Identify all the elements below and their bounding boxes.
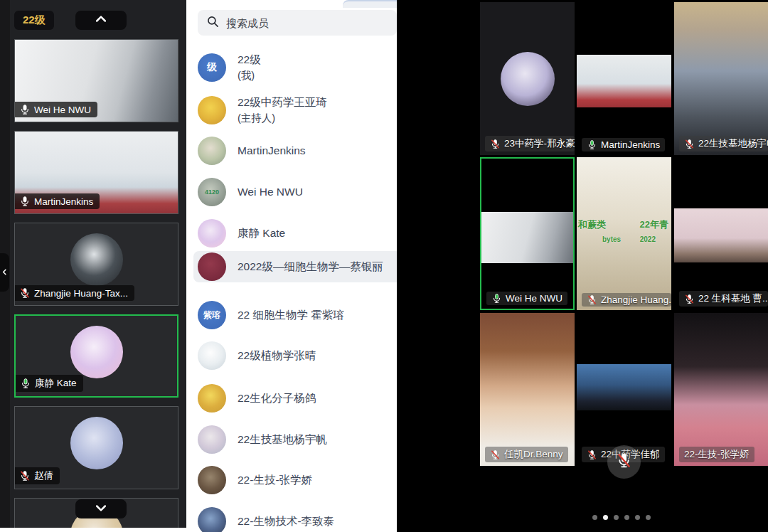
- mic-muted-overlay-indicator: [607, 445, 641, 479]
- video-thumbnail[interactable]: 康静 Kate: [14, 314, 178, 398]
- member-text: MartinJenkins: [238, 144, 306, 157]
- video-grid-panel: 23中药学-邢永豪MartinJenkins22生技基地杨宇帆Wei He NW…: [397, 0, 768, 532]
- member-row[interactable]: 22-生技-张学娇: [186, 463, 397, 497]
- mic-muted-icon: [19, 287, 31, 299]
- pagination-dot[interactable]: [624, 515, 629, 520]
- avatar: [198, 252, 226, 281]
- collapse-strip-button[interactable]: [0, 253, 9, 292]
- video-thumbnail[interactable]: MartinJenkins: [14, 131, 178, 214]
- mic-on-icon: [19, 196, 31, 207]
- participant-name: MartinJenkins: [34, 196, 93, 207]
- member-row[interactable]: 22级植物学张晴: [186, 339, 397, 373]
- video-tile[interactable]: 22中药学佳郁: [577, 313, 671, 466]
- video-thumbnail[interactable]: 赵倩: [14, 406, 178, 489]
- member-role: (主持人): [238, 112, 327, 125]
- participant-video: [481, 212, 573, 263]
- member-name: 22级中药学王亚琦: [238, 95, 327, 110]
- member-row[interactable]: MartinJenkins: [186, 134, 397, 168]
- participant-name-tag: Zhangjie Huang...: [582, 293, 671, 307]
- pagination-dot[interactable]: [646, 515, 651, 520]
- member-name: 2022级—细胞生物学—蔡银丽: [238, 260, 383, 275]
- video-tile[interactable]: 22-生技-张学娇: [674, 313, 768, 466]
- avatar: [198, 96, 226, 124]
- participant-name-tag: 赵倩: [15, 467, 60, 484]
- mic-speaking-icon: [20, 378, 31, 389]
- participant-name-tag: 康静 Kate: [16, 375, 83, 392]
- chevron-down-icon: [92, 501, 110, 518]
- member-name: 22级: [238, 53, 261, 68]
- mic-muted-icon: [587, 449, 597, 460]
- participant-name-tag: 23中药学-邢永豪: [485, 136, 575, 151]
- avatar: [198, 137, 226, 165]
- member-text: 22生技基地杨宇帆: [238, 432, 327, 447]
- participant-video: [480, 313, 575, 466]
- search-input[interactable]: [226, 17, 388, 29]
- participant-name: Zhangjie Huang...: [601, 294, 671, 305]
- participant-name-tag: 22 生科基地 曹...: [679, 291, 768, 307]
- video-tile[interactable]: 22生技基地杨宇帆: [674, 2, 768, 155]
- grid-pagination: [592, 515, 651, 520]
- video-tile[interactable]: 22 生科基地 曹...: [674, 157, 768, 310]
- participant-name: Zhangjie Huang-Tax...: [34, 288, 128, 299]
- member-text: 22级(我): [238, 53, 261, 83]
- video-tile[interactable]: 23中药学-邢永豪: [480, 2, 575, 155]
- avatar: [198, 425, 226, 454]
- member-row[interactable]: 紫瑢22 细胞生物学 霍紫瑢: [186, 298, 397, 332]
- member-row[interactable]: 级22级(我): [186, 50, 397, 85]
- member-row[interactable]: 2022级—细胞生物学—蔡银丽: [186, 250, 397, 284]
- pagination-dot[interactable]: [592, 515, 597, 520]
- member-name: MartinJenkins: [238, 144, 306, 157]
- avatar: 4120: [198, 178, 226, 206]
- participant-name: 22-生技-张学娇: [684, 448, 750, 461]
- pagination-dot[interactable]: [635, 515, 640, 520]
- member-name: 22生化分子杨鸽: [238, 391, 316, 406]
- member-row[interactable]: 4120Wei He NWU: [186, 175, 397, 209]
- pagination-dot-active[interactable]: [603, 515, 608, 520]
- participant-video: [674, 313, 768, 466]
- participant-name: 任凯Dr.Benny: [504, 448, 563, 461]
- video-thumbnail[interactable]: Zhangjie Huang-Tax...: [14, 223, 178, 306]
- member-name: 22-生物技术-李致泰: [238, 514, 334, 529]
- member-row[interactable]: 康静 Kate: [186, 216, 397, 250]
- video-tile[interactable]: 和蕨类22年青bytes2022Zhangjie Huang...: [577, 157, 671, 310]
- member-text: 22级植物学张晴: [238, 349, 316, 363]
- chevron-left-icon: [1, 266, 9, 279]
- member-text: 22 细胞生物学 霍紫瑢: [238, 308, 344, 323]
- participant-name-tag: 22-生技-张学娇: [679, 447, 754, 462]
- virtual-background-text: 和蕨类: [578, 218, 606, 231]
- member-name: 22级植物学张晴: [238, 349, 316, 363]
- mic-muted-icon: [616, 452, 632, 472]
- video-tile[interactable]: 任凯Dr.Benny: [480, 313, 575, 466]
- member-name: 22 细胞生物学 霍紫瑢: [238, 308, 344, 323]
- scroll-up-button[interactable]: [75, 11, 127, 30]
- avatar: [198, 219, 226, 248]
- member-row[interactable]: 22级中药学王亚琦(主持人): [186, 93, 397, 127]
- participant-name-tag: Zhangjie Huang-Tax...: [15, 285, 134, 301]
- member-list-panel: 级22级(我)22级中药学王亚琦(主持人)MartinJenkins4120We…: [186, 0, 397, 532]
- participant-name: 赵倩: [34, 469, 53, 482]
- participant-name-tag: Wei He NWU: [486, 292, 567, 305]
- participant-name: MartinJenkins: [601, 139, 660, 150]
- member-name: 康静 Kate: [238, 226, 285, 241]
- participant-video: [674, 2, 768, 155]
- member-row[interactable]: 22生化分子杨鸽: [186, 381, 397, 415]
- pagination-dot[interactable]: [614, 515, 619, 520]
- participant-name: 22 生科基地 曹...: [698, 292, 768, 305]
- scroll-down-button[interactable]: [75, 499, 127, 518]
- member-row[interactable]: 22-生物技术-李致泰: [186, 504, 397, 532]
- video-tile[interactable]: Wei He NWU: [480, 157, 575, 310]
- mic-muted-icon: [587, 294, 597, 305]
- video-thumbnail[interactable]: Wei He NWU: [14, 39, 178, 122]
- mic-muted-icon: [684, 139, 695, 149]
- member-row[interactable]: 22生技基地杨宇帆: [186, 422, 397, 457]
- search-box[interactable]: [198, 10, 397, 36]
- member-name: Wei He NWU: [238, 186, 303, 198]
- participant-name-tag: 22生技基地杨宇帆: [679, 136, 768, 151]
- participant-name-tag: MartinJenkins: [582, 138, 665, 151]
- member-text: 康静 Kate: [238, 226, 285, 241]
- video-tile[interactable]: MartinJenkins: [577, 2, 671, 155]
- member-text: 22生化分子杨鸽: [238, 391, 316, 406]
- group-name-tab[interactable]: 22级: [14, 11, 54, 30]
- participant-name-tag: MartinJenkins: [15, 193, 100, 209]
- avatar: [198, 341, 226, 370]
